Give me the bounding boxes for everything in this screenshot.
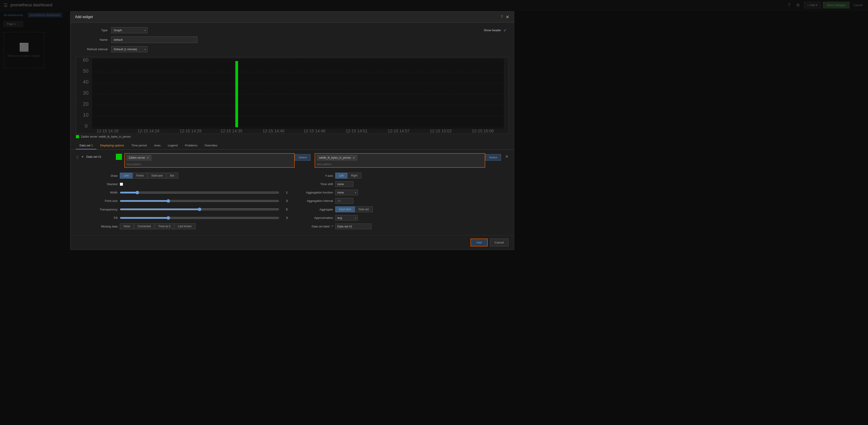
datasetlabel-row: Data set label ?: [297, 223, 503, 229]
width-slider-container: 1: [120, 191, 288, 194]
missing-none-btn[interactable]: None: [120, 223, 134, 229]
aggregate-dataset-btn[interactable]: Data set: [355, 206, 373, 212]
item-select-button[interactable]: Select: [485, 154, 501, 161]
missingdata-btn-group: None Connected Treat as 0 Last known: [120, 223, 195, 229]
svg-text:12-15 14:24: 12-15 14:24: [137, 129, 159, 133]
aggfunc-select[interactable]: none: [335, 190, 358, 195]
item-pattern-container: weblb_lb_bytes_in_persec ✕ item pattern: [315, 153, 485, 168]
chart-container: 60 50 40 30 20 10 0 12-15 14:18 12-15 14…: [76, 57, 508, 134]
dataset-chevron[interactable]: ▲: [81, 153, 84, 158]
approximation-select[interactable]: avg: [335, 215, 358, 221]
svg-text:20: 20: [83, 101, 89, 107]
aggregate-row: Aggregate Each item Data set: [297, 206, 503, 212]
dataset-close-button[interactable]: ✕: [505, 153, 508, 159]
yaxis-right-btn[interactable]: Right: [347, 173, 361, 178]
tab-overrides[interactable]: Overrides: [201, 142, 221, 150]
fill-slider[interactable]: [120, 216, 279, 220]
fill-slider-container: 3: [120, 216, 288, 220]
draw-label: Draw: [81, 174, 118, 177]
datasetlabel-input[interactable]: [335, 224, 371, 229]
svg-text:12-15 14:18: 12-15 14:18: [96, 129, 118, 133]
color-swatch[interactable]: [116, 154, 122, 160]
svg-rect-8: [92, 59, 504, 129]
yaxis-left-btn[interactable]: Left: [335, 173, 347, 178]
svg-rect-16: [235, 61, 238, 127]
aggfunc-row: Aggregation function none ▾: [297, 190, 503, 195]
refresh-select[interactable]: Default (1 minute): [111, 46, 148, 52]
modal-form: Type Graph ▾ Show header ✓ Name Refresh …: [70, 23, 514, 57]
svg-text:60: 60: [83, 57, 89, 63]
width-slider[interactable]: [120, 191, 279, 194]
modal-close-button[interactable]: ✕: [505, 15, 509, 19]
type-select[interactable]: Graph: [111, 27, 148, 33]
svg-text:50: 50: [83, 68, 89, 74]
approximation-select-wrapper: avg ▾: [335, 215, 358, 221]
pointsize-slider[interactable]: [120, 199, 279, 203]
tab-problems[interactable]: Problems: [181, 142, 201, 150]
modal-add-button[interactable]: Add: [470, 238, 488, 247]
item-tag-remove[interactable]: ✕: [352, 156, 355, 160]
draw-bar-btn[interactable]: Bar: [166, 173, 178, 178]
tab-legend[interactable]: Legend: [164, 142, 181, 150]
modal-header: Add widget ? ✕: [70, 11, 514, 23]
stacked-checkbox[interactable]: [120, 183, 123, 186]
chart-legend: Zabbix server: weblb_lb_bytes_in_persec: [70, 134, 514, 140]
modal-cancel-button[interactable]: Cancel: [490, 238, 508, 247]
stacked-label: Stacked: [81, 183, 118, 186]
aggfunc-label: Aggregation function: [297, 191, 333, 194]
item-placeholder[interactable]: item pattern: [315, 162, 485, 167]
aggregate-btn-group: Each item Data set: [335, 206, 373, 212]
modal-footer: Add Cancel: [70, 235, 514, 250]
options-grid: Draw Line Points Staircase Bar Y-axis Le…: [76, 170, 508, 231]
datasetlabel-help-icon[interactable]: ?: [331, 225, 333, 228]
type-label: Type: [76, 29, 107, 32]
tab-dataset[interactable]: Data set 1: [76, 142, 96, 150]
svg-text:12-15 15:02: 12-15 15:02: [430, 129, 452, 133]
tab-timeperiod[interactable]: Time period: [128, 142, 150, 150]
timeshift-input[interactable]: [335, 181, 353, 187]
item-tag-label: weblb_lb_bytes_in_persec: [319, 156, 351, 159]
pointsize-value: 3: [281, 199, 288, 202]
svg-text:10: 10: [83, 112, 89, 118]
show-header-check[interactable]: ✓: [503, 28, 507, 33]
name-input[interactable]: [111, 36, 197, 43]
fill-value: 3: [281, 216, 288, 220]
draw-points-btn[interactable]: Points: [132, 173, 148, 178]
host-tags: Zabbix server ✕: [125, 154, 294, 162]
type-row: Type Graph ▾ Show header ✓: [76, 27, 508, 33]
show-header-label: Show header: [484, 29, 501, 32]
missing-lastknown-btn[interactable]: Last known: [174, 223, 195, 229]
modal-title: Add widget: [75, 15, 93, 19]
host-tag-remove[interactable]: ✕: [147, 156, 149, 160]
modal-help-button[interactable]: ?: [501, 15, 503, 19]
agginterval-label: Aggregation interval: [297, 199, 333, 202]
draw-line-btn[interactable]: Line: [120, 173, 132, 178]
svg-text:30: 30: [83, 90, 89, 96]
drag-handle[interactable]: ⠿: [76, 153, 79, 160]
fill-label: Fill: [81, 216, 118, 220]
missing-connected-btn[interactable]: Connected: [134, 223, 154, 229]
agginterval-input[interactable]: [335, 198, 353, 204]
item-tags: weblb_lb_bytes_in_persec ✕: [315, 154, 485, 162]
tab-displaying[interactable]: Displaying options: [96, 142, 128, 150]
fill-row: Fill 3: [81, 215, 288, 221]
timeshift-row: Time shift: [297, 181, 503, 187]
host-select-button[interactable]: Select: [295, 154, 311, 161]
item-tag: weblb_lb_bytes_in_persec ✕: [317, 155, 357, 160]
transparency-slider-container: 5: [120, 207, 288, 211]
stacked-row: Stacked: [81, 181, 288, 187]
missing-treatas0-btn[interactable]: Treat as 0: [154, 223, 174, 229]
aggregate-eachitem-btn[interactable]: Each item: [335, 206, 355, 212]
svg-text:12-15 14:29: 12-15 14:29: [180, 129, 202, 133]
draw-staircase-btn[interactable]: Staircase: [148, 173, 166, 178]
host-placeholder[interactable]: host pattern: [125, 162, 294, 167]
yaxis-btn-group: Left Right: [335, 173, 361, 178]
pointsize-row: Point size 3: [81, 198, 288, 204]
name-row: Name: [76, 36, 508, 43]
timeshift-label: Time shift: [297, 183, 333, 186]
legend-label: Zabbix server: weblb_lb_bytes_in_persec: [81, 135, 131, 138]
datasetlabel-label: Data set label ?: [297, 225, 333, 228]
tab-axes[interactable]: Axes: [150, 142, 164, 150]
transparency-slider[interactable]: [120, 207, 279, 211]
host-tag: Zabbix server ✕: [127, 155, 151, 160]
